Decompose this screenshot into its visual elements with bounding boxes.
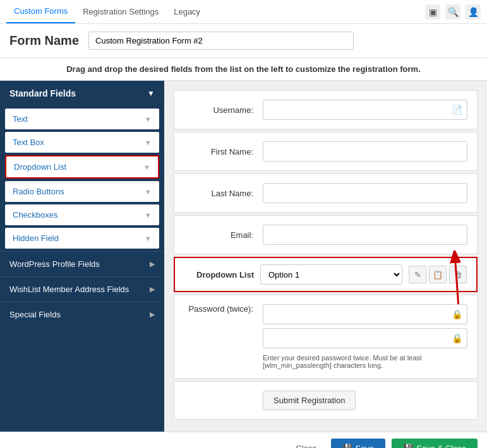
save-button[interactable]: 💾 Save (331, 439, 386, 448)
top-nav: Custom Forms Registration Settings Legac… (0, 0, 487, 24)
firstname-input[interactable] (263, 141, 467, 162)
content-area: Username: 📄 First Name: Last Name: Email… (164, 81, 487, 432)
lock-icon: 🔒 (452, 333, 462, 343)
username-row: Username: 📄 (174, 90, 478, 129)
chevron-right-icon: ▶ (150, 310, 155, 319)
delete-button[interactable]: 🗑 (449, 266, 467, 283)
monitor-icon[interactable]: ▣ (425, 4, 440, 20)
password-input1-wrapper: 🔒 (263, 304, 467, 324)
username-label: Username: (184, 105, 253, 115)
email-label: Email: (184, 230, 253, 240)
chevron-icon: ▼ (145, 115, 152, 123)
bottom-bar: Close 💾 Save 💾 Save & Close (0, 432, 487, 448)
chevron-icon: ▼ (143, 163, 150, 171)
sidebar-field-text[interactable]: Text ▼ (5, 109, 159, 129)
password-input2-wrapper: 🔒 (263, 328, 467, 348)
chevron-icon: ▼ (145, 211, 152, 219)
sidebar-field-radio[interactable]: Radio Buttons ▼ (5, 181, 159, 202)
sidebar: Standard Fields ▼ Text ▼ Text Box ▼ Drop… (0, 81, 164, 432)
sidebar-field-hidden[interactable]: Hidden Field ▼ (5, 228, 159, 249)
password-inputs: 🔒 🔒 Enter your desired password twice. M… (263, 304, 467, 369)
lock-icon: 🔒 (452, 309, 462, 319)
sidebar-header-arrow-icon: ▼ (147, 89, 155, 98)
password-input2[interactable] (263, 328, 467, 348)
username-input[interactable] (263, 100, 467, 120)
search-icon[interactable]: 🔍 (445, 4, 460, 20)
submit-row: Submit Registration (174, 381, 478, 420)
sidebar-section-wlm-address[interactable]: WishList Member Address Fields ▶ (0, 276, 164, 302)
tab-legacy[interactable]: Legacy (166, 1, 208, 23)
sidebar-header: Standard Fields ▼ (0, 81, 164, 106)
save-close-button[interactable]: 💾 Save & Close (392, 439, 478, 448)
form-name-input[interactable] (88, 32, 354, 50)
sidebar-field-textbox[interactable]: Text Box ▼ (5, 132, 159, 153)
firstname-row: First Name: (174, 132, 478, 171)
password-row: Password (twice): 🔒 🔒 Enter your desired… (174, 295, 478, 379)
firstname-label: First Name: (184, 147, 253, 156)
dropdown-wrapper: Dropdown List Option 1 Option 2 Option 3… (174, 257, 478, 292)
dropdown-row: Dropdown List Option 1 Option 2 Option 3… (174, 257, 478, 292)
lastname-input[interactable] (263, 183, 467, 203)
sidebar-header-label: Standard Fields (9, 88, 76, 98)
password-label: Password (twice): (184, 304, 253, 314)
tab-custom-forms[interactable]: Custom Forms (6, 0, 75, 23)
nav-icons: ▣ 🔍 👤 (425, 4, 481, 20)
sidebar-section-wordpress[interactable]: WordPress Profile Fields ▶ (0, 251, 164, 276)
chevron-right-icon: ▶ (150, 285, 155, 293)
sidebar-section-special[interactable]: Special Fields ▶ (0, 302, 164, 327)
email-input[interactable] (263, 225, 467, 245)
lastname-row: Last Name: (174, 174, 478, 213)
save-close-icon: 💾 (403, 444, 413, 448)
form-name-row: Form Name (0, 24, 487, 58)
save-icon: 💾 (342, 444, 352, 448)
chevron-right-icon: ▶ (150, 260, 155, 268)
drag-instruction: Drag and drop the desired fields from th… (0, 58, 487, 81)
lastname-label: Last Name: (184, 189, 253, 198)
user-card-icon: 📄 (452, 105, 462, 115)
password-hint: Enter your desired password twice. Must … (263, 354, 467, 369)
form-name-label: Form Name (9, 33, 79, 48)
dropdown-select[interactable]: Option 1 Option 2 Option 3 (260, 264, 402, 285)
chevron-icon: ▼ (145, 235, 152, 242)
username-input-wrapper: 📄 (263, 100, 467, 120)
sidebar-field-checkboxes[interactable]: Checkboxes ▼ (5, 204, 159, 225)
close-button[interactable]: Close (288, 440, 324, 448)
chevron-icon: ▼ (145, 188, 152, 196)
copy-button[interactable]: 📋 (429, 266, 447, 283)
sidebar-field-dropdown[interactable]: Dropdown List ▼ (5, 155, 159, 179)
edit-button[interactable]: ✎ (409, 266, 426, 283)
tab-registration-settings[interactable]: Registration Settings (75, 1, 166, 23)
user-icon[interactable]: 👤 (466, 4, 481, 20)
submit-registration-button[interactable]: Submit Registration (263, 391, 356, 410)
password-input1[interactable] (263, 304, 467, 324)
main-layout: Standard Fields ▼ Text ▼ Text Box ▼ Drop… (0, 81, 487, 432)
email-row: Email: (174, 215, 478, 254)
dropdown-actions: ✎ 📋 🗑 (409, 266, 467, 283)
dropdown-label: Dropdown List (184, 270, 254, 280)
chevron-icon: ▼ (145, 139, 152, 146)
